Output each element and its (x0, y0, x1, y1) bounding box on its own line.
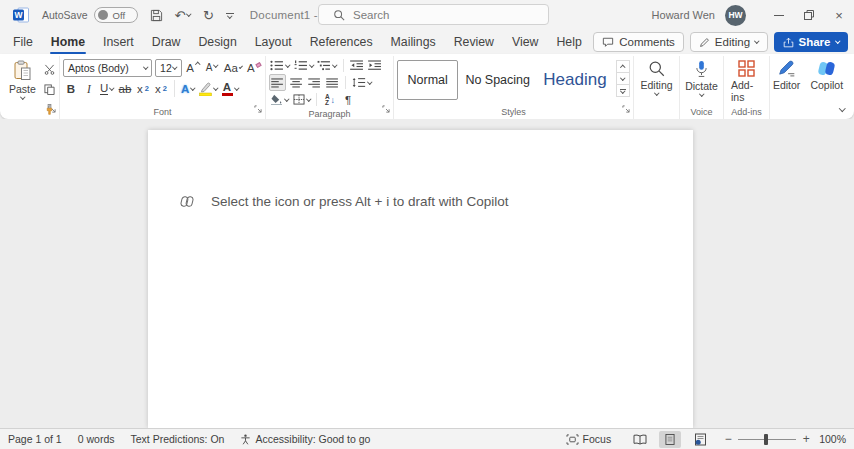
close-icon: × (835, 8, 843, 23)
align-right-button[interactable] (306, 74, 322, 91)
zoom-slider-thumb[interactable] (764, 434, 768, 445)
focus-mode-button[interactable]: Focus (566, 433, 612, 445)
change-case-button[interactable]: Aa (223, 59, 243, 76)
text-predictions[interactable]: Text Predictions: On (130, 433, 224, 445)
underline-button[interactable]: U (99, 80, 115, 97)
dictate-button[interactable]: Dictate (681, 58, 722, 104)
accessibility-icon (240, 434, 251, 445)
document-page[interactable]: Select the icon or press Alt + i to draf… (148, 130, 693, 428)
show-hide-marks-button[interactable]: ¶ (340, 91, 356, 108)
close-button[interactable]: × (824, 0, 854, 30)
superscript-button[interactable]: x2 (153, 80, 169, 97)
text-effects-button[interactable]: A (180, 80, 196, 97)
tab-layout[interactable]: Layout (246, 30, 301, 54)
page-count[interactable]: Page 1 of 1 (8, 433, 62, 445)
paste-button[interactable]: Paste (5, 58, 40, 118)
tab-file[interactable]: File (4, 30, 42, 54)
restore-button[interactable] (794, 0, 824, 30)
addins-button[interactable]: Add-ins (727, 58, 766, 105)
align-right-icon (308, 78, 321, 88)
copilot-button[interactable]: Copilot (806, 58, 847, 104)
editor-button[interactable]: Editor (769, 58, 804, 104)
bold-button[interactable]: B (63, 80, 79, 97)
borders-button[interactable] (292, 91, 312, 108)
bullets-button[interactable] (269, 57, 291, 74)
chevron-down-icon (285, 62, 290, 67)
tab-insert[interactable]: Insert (94, 30, 143, 54)
autosave-toggle[interactable]: Off (94, 7, 138, 23)
tab-view[interactable]: View (503, 30, 547, 54)
customize-toolbar-button[interactable] (226, 13, 234, 18)
comments-button[interactable]: Comments (593, 32, 684, 52)
user-name[interactable]: Howard Wen (652, 9, 715, 21)
italic-button[interactable]: I (81, 80, 97, 97)
styles-dialog-launcher[interactable] (622, 102, 630, 116)
minimize-button[interactable] (764, 0, 794, 30)
justify-button[interactable] (324, 74, 340, 91)
font-family-combo[interactable]: Aptos (Body) (63, 59, 152, 77)
text-highlight-button[interactable] (198, 80, 219, 97)
editing-menu-button[interactable]: Editing (636, 58, 676, 104)
tools-group: Editor Copilot (770, 56, 846, 119)
copy-button[interactable] (42, 81, 58, 98)
zoom-slider[interactable] (738, 439, 796, 440)
editing-mode-button[interactable]: Editing (690, 32, 768, 52)
print-layout-button[interactable] (659, 431, 681, 448)
clear-formatting-button[interactable]: A (246, 59, 262, 76)
shading-button[interactable] (269, 91, 290, 108)
font-size-combo[interactable]: 12 (155, 59, 182, 77)
paragraph-dialog-launcher[interactable] (382, 102, 390, 116)
clipboard-dialog-launcher[interactable] (48, 102, 56, 116)
copilot-outline-icon[interactable] (180, 195, 194, 208)
collapse-ribbon-button[interactable] (840, 99, 845, 113)
tab-help[interactable]: Help (547, 30, 590, 54)
print-layout-icon (665, 433, 675, 446)
gallery-more-button[interactable] (616, 84, 630, 97)
tab-review[interactable]: Review (445, 30, 503, 54)
tab-mailings[interactable]: Mailings (382, 30, 445, 54)
tab-home[interactable]: Home (42, 30, 94, 54)
accessibility-status[interactable]: Accessibility: Good to go (240, 433, 370, 445)
read-mode-button[interactable] (629, 431, 651, 448)
zoom-level[interactable]: 100% (819, 433, 846, 445)
sort-button[interactable]: AZ ↓ (322, 91, 338, 108)
web-layout-button[interactable] (689, 431, 711, 448)
dialog-launcher-icon (254, 105, 262, 113)
zoom-out-button[interactable]: − (723, 432, 733, 446)
zoom-in-button[interactable]: + (801, 432, 811, 446)
tab-draw[interactable]: Draw (143, 30, 190, 54)
share-button[interactable]: Share (774, 32, 848, 52)
font-dialog-launcher[interactable] (254, 102, 262, 116)
chevron-down-icon (839, 105, 845, 111)
font-group: Aptos (Body) 12 A A Aa A B I U ab x2 x2 … (60, 56, 266, 119)
style-no-spacing[interactable]: No Spacing (458, 60, 537, 100)
grow-font-button[interactable]: A (185, 59, 201, 76)
style-normal[interactable]: Normal (397, 60, 458, 100)
decrease-indent-button[interactable] (349, 57, 365, 74)
avatar[interactable]: HW (725, 5, 746, 26)
cut-button[interactable] (42, 61, 58, 78)
style-heading[interactable]: Heading (537, 60, 613, 100)
search-input[interactable]: Search (318, 4, 549, 25)
align-center-button[interactable] (288, 74, 304, 91)
increase-indent-button[interactable] (367, 57, 383, 74)
copilot-icon (817, 60, 836, 77)
tab-references[interactable]: References (301, 30, 382, 54)
redo-button[interactable]: ↻ (203, 8, 214, 23)
strikethrough-button[interactable]: ab (117, 80, 133, 97)
undo-button[interactable]: ↶ (175, 8, 191, 23)
tab-design[interactable]: Design (189, 30, 245, 54)
paragraph-group-label: Paragraph (269, 109, 390, 119)
shrink-font-button[interactable]: A (204, 59, 220, 76)
word-count[interactable]: 0 words (78, 433, 115, 445)
align-left-button[interactable] (269, 74, 286, 91)
paste-icon (13, 60, 32, 81)
save-button[interactable] (150, 9, 163, 22)
numbering-button[interactable] (293, 57, 315, 74)
line-spacing-button[interactable] (351, 74, 373, 91)
font-color-button[interactable]: A (221, 80, 240, 97)
subscript-button[interactable]: x2 (135, 80, 151, 97)
chevron-down-icon (191, 85, 196, 90)
editor-label: Editor (773, 79, 800, 91)
multilevel-list-button[interactable] (316, 57, 338, 74)
